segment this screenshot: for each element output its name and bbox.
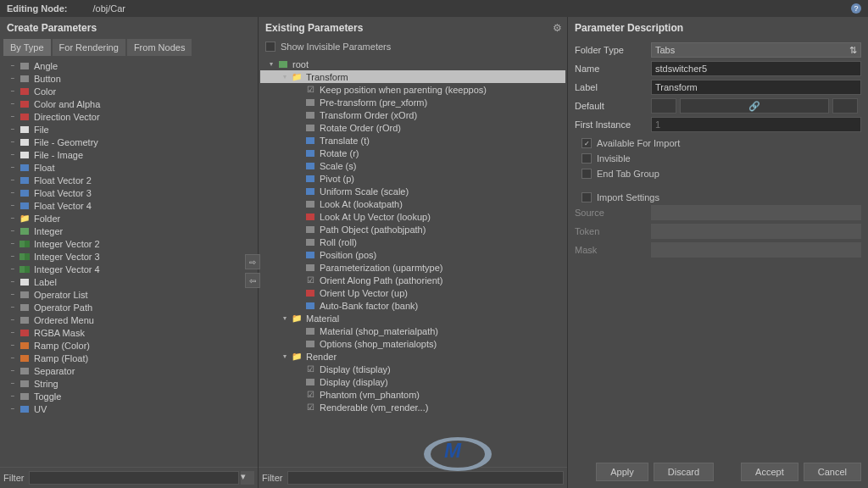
tree-toggle[interactable]: − <box>8 87 17 96</box>
tree-toggle[interactable] <box>294 403 303 412</box>
tree-item[interactable]: −Float Vector 2 <box>2 174 256 186</box>
tree-toggle[interactable]: − <box>8 113 17 121</box>
tree-toggle[interactable]: − <box>8 164 17 172</box>
link-icon[interactable]: 🔗 <box>680 98 829 114</box>
cancel-button[interactable]: Cancel <box>804 463 861 481</box>
tree-item[interactable]: −UV <box>2 402 256 415</box>
tree-toggle[interactable]: − <box>8 341 17 350</box>
tree-item[interactable]: ▾📁Material <box>260 312 565 324</box>
tree-item[interactable]: Material (shop_materialpath) <box>260 324 565 337</box>
tab-for-rendering[interactable]: For Rendering <box>53 39 125 56</box>
available-import-row[interactable]: Available For Import <box>575 136 861 151</box>
tree-item[interactable]: −📁Folder <box>2 212 256 225</box>
tree-toggle[interactable] <box>294 276 303 285</box>
tree-toggle[interactable] <box>294 263 303 272</box>
tree-toggle[interactable] <box>294 86 303 94</box>
tree-toggle[interactable]: ▾ <box>281 352 289 361</box>
tree-item[interactable]: Uniform Scale (scale) <box>260 185 565 197</box>
tree-item[interactable]: Auto-Bank factor (bank) <box>260 299 565 312</box>
tree-item[interactable]: ☑Phantom (vm_phantom) <box>260 388 565 401</box>
tree-item[interactable]: −Operator Path <box>2 301 256 313</box>
tree-item[interactable]: ▾root <box>260 58 565 70</box>
apply-button[interactable]: Apply <box>596 463 648 481</box>
tree-toggle[interactable]: − <box>8 354 17 363</box>
tree-toggle[interactable] <box>294 200 303 208</box>
tree-toggle[interactable]: − <box>8 62 17 70</box>
invisible-checkbox[interactable] <box>581 153 592 164</box>
end-tab-row[interactable]: End Tab Group <box>575 166 861 181</box>
label-input[interactable] <box>651 80 861 95</box>
tree-toggle[interactable] <box>294 136 303 145</box>
tree-toggle[interactable]: − <box>8 291 17 299</box>
tree-toggle[interactable] <box>294 162 303 170</box>
tree-toggle[interactable] <box>294 365 303 374</box>
tree-toggle[interactable] <box>294 289 303 297</box>
tree-item[interactable]: ☑Keep position when parenting (keeppos) <box>260 83 565 96</box>
tree-item[interactable]: −Color <box>2 85 256 97</box>
tree-item[interactable]: −Label <box>2 275 256 288</box>
tree-toggle[interactable]: − <box>8 176 17 185</box>
tree-toggle[interactable] <box>294 302 303 310</box>
tree-item[interactable]: Options (shop_materialopts) <box>260 337 565 350</box>
filter-dropdown-left[interactable]: ▾ <box>241 471 254 485</box>
tree-toggle[interactable]: − <box>8 367 17 375</box>
tree-toggle[interactable] <box>294 98 303 107</box>
tree-toggle[interactable] <box>294 213 303 221</box>
tree-toggle[interactable]: ▾ <box>281 73 289 81</box>
tree-toggle[interactable]: − <box>8 240 17 248</box>
tree-item[interactable]: −Direction Vector <box>2 110 256 123</box>
tree-toggle[interactable] <box>294 251 303 259</box>
tree-item[interactable]: −File <box>2 123 256 136</box>
tab-by-type[interactable]: By Type <box>3 39 51 56</box>
tree-item[interactable]: −File - Image <box>2 148 256 161</box>
tree-item[interactable]: −Angle <box>2 59 256 72</box>
tree-toggle[interactable]: − <box>8 316 17 324</box>
tree-toggle[interactable] <box>294 111 303 119</box>
tree-item[interactable]: ☑Orient Along Path (pathorient) <box>260 274 565 286</box>
tree-toggle[interactable]: − <box>8 380 17 388</box>
tree-toggle[interactable]: − <box>8 75 17 83</box>
tree-item[interactable]: ▾📁Transform <box>260 70 565 83</box>
tree-toggle[interactable]: − <box>8 329 17 337</box>
tree-toggle[interactable]: − <box>8 392 17 401</box>
tree-toggle[interactable] <box>294 187 303 196</box>
end-tab-checkbox[interactable] <box>581 169 592 179</box>
move-left-button[interactable]: ⇦ <box>245 273 260 288</box>
tree-item[interactable]: Look At Up Vector (lookup) <box>260 210 565 223</box>
tree-toggle[interactable] <box>294 238 303 247</box>
tree-item[interactable]: Scale (s) <box>260 159 565 172</box>
tree-toggle[interactable]: − <box>8 202 17 210</box>
tree-toggle[interactable] <box>294 391 303 399</box>
tree-item[interactable]: −String <box>2 377 256 390</box>
tree-item[interactable]: −Toggle <box>2 390 256 402</box>
tree-toggle[interactable]: ▾ <box>281 314 289 323</box>
tree-toggle[interactable]: − <box>8 405 17 413</box>
tree-item[interactable]: −Button <box>2 72 256 85</box>
invisible-row[interactable]: Invisible <box>575 151 861 166</box>
show-invisible-row[interactable]: Show Invisible Parameters <box>259 39 567 54</box>
tree-toggle[interactable] <box>294 175 303 183</box>
tree-item[interactable]: Rotate (r) <box>260 147 565 159</box>
tree-item[interactable]: −Integer <box>2 225 256 237</box>
default-box[interactable] <box>651 98 676 114</box>
tree-toggle[interactable]: − <box>8 125 17 134</box>
tree-item[interactable]: −Separator <box>2 364 256 377</box>
tree-item[interactable]: −File - Geometry <box>2 136 256 148</box>
help-icon[interactable]: ? <box>851 3 861 14</box>
type-tree[interactable]: −Angle−Button−Color−Color and Alpha−Dire… <box>0 56 258 467</box>
tree-item[interactable]: −Color and Alpha <box>2 97 256 110</box>
tree-item[interactable]: −Ramp (Float) <box>2 352 256 364</box>
tree-item[interactable]: −Integer Vector 2 <box>2 237 256 250</box>
tree-item[interactable]: Roll (roll) <box>260 236 565 248</box>
tree-toggle[interactable]: − <box>8 138 17 147</box>
tree-item[interactable]: −RGBA Mask <box>2 326 256 339</box>
import-settings-row[interactable]: Import Settings <box>575 190 861 205</box>
tree-toggle[interactable]: ▾ <box>267 60 275 69</box>
tree-toggle[interactable]: − <box>8 151 17 159</box>
tree-item[interactable]: Path Object (pathobjpath) <box>260 223 565 236</box>
folder-type-select[interactable]: Tabs⇅ <box>651 42 861 58</box>
tree-toggle[interactable]: − <box>8 303 17 312</box>
show-invisible-checkbox[interactable] <box>265 42 275 52</box>
move-right-button[interactable]: ⇨ <box>245 254 260 269</box>
filter-input-left[interactable] <box>29 471 239 485</box>
